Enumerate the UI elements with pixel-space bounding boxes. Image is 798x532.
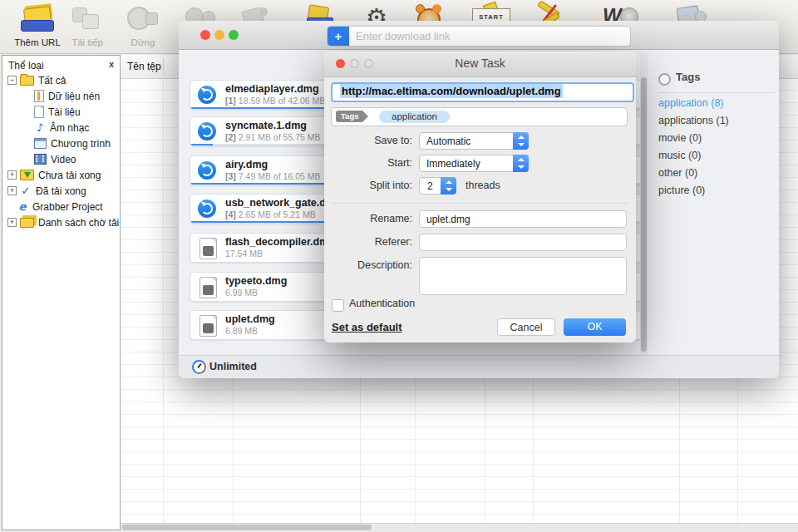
stepper-icon[interactable] [441, 177, 456, 195]
expand-icon[interactable]: + [7, 186, 17, 195]
authentication-label[interactable]: Authentication [349, 298, 415, 309]
set-as-default-link[interactable]: Set as default [332, 321, 402, 333]
tag-chip-application[interactable]: application [379, 111, 450, 123]
save-to-value: Automatic [426, 135, 470, 147]
sidebar-item-grabber[interactable]: e Grabber Project [2, 199, 120, 214]
sidebar-item-music[interactable]: ♪ Âm nhạc [2, 120, 120, 135]
sidebar-item-archives[interactable]: Dữ liệu nén [2, 88, 120, 104]
ok-button[interactable]: OK [564, 318, 626, 336]
tag-filter-movie[interactable]: movie (0) [658, 132, 702, 144]
download-meta: 17.54 MB [225, 249, 263, 259]
threads-value: 2 [427, 180, 433, 192]
add-link-button[interactable]: + [328, 27, 349, 46]
downloading-icon[interactable] [198, 200, 216, 218]
close-window-button[interactable] [200, 30, 210, 40]
downloading-icon[interactable] [198, 86, 216, 104]
expand-icon[interactable]: + [7, 218, 17, 227]
document-icon [34, 106, 44, 118]
hscroll-thumb[interactable] [122, 525, 372, 530]
archive-file-icon [34, 90, 44, 102]
folders-icon [20, 218, 34, 228]
download-link-field[interactable]: + [327, 26, 631, 47]
download-meta: [1]18.59 MB of 42.06 MB [225, 96, 325, 106]
expand-icon[interactable]: + [7, 170, 17, 180]
tags-panel: Tags application (8) applications (1) mo… [650, 21, 779, 356]
cancel-button[interactable]: Cancel [497, 318, 555, 336]
download-link-input[interactable] [354, 27, 623, 46]
sidebar-item-label: Tài liệu [48, 106, 81, 118]
horizontal-scrollbar[interactable] [121, 523, 798, 532]
download-meta: [3]7.49 MB of 16.05 MB [225, 171, 320, 181]
sidebar-item-label: Danh sách chờ tải [38, 217, 119, 229]
speed-limit-label[interactable]: Unlimited [209, 361, 257, 372]
sidebar-item-video[interactable]: Video [2, 151, 120, 167]
download-meta: 6.89 MB [225, 326, 258, 336]
download-size: 17.54 MB [225, 249, 263, 259]
save-to-label: Save to: [324, 132, 412, 150]
tag-filter-music[interactable]: music (0) [658, 150, 701, 161]
save-to-select[interactable]: Automatic [419, 132, 529, 150]
download-size: 7.49 MB of 16.05 MB [239, 171, 321, 181]
dropdown-stepper-icon[interactable] [513, 132, 529, 150]
tags-radio-icon[interactable] [658, 73, 671, 86]
zoom-window-button[interactable] [229, 30, 239, 40]
new-task-dialog: New Task http://mac.eltima.com/download/… [324, 52, 636, 342]
start-label: Start: [324, 155, 412, 172]
rename-input[interactable]: uplet.dmg [419, 210, 627, 228]
download-meta: [4]2.65 MB of 5.21 MB [225, 209, 316, 219]
stop-icon [120, 2, 166, 36]
tag-filter-other[interactable]: other (0) [658, 167, 697, 179]
dialog-divider [331, 203, 629, 204]
description-input[interactable] [419, 257, 627, 295]
check-icon: ✓ [20, 185, 32, 196]
thread-index: [1] [225, 96, 236, 106]
sidebar-item-programs[interactable]: Chương trình [2, 135, 120, 151]
tags-input[interactable]: Tags application [331, 107, 628, 126]
download-name: elmediaplayer.dmg [225, 83, 319, 95]
collapse-icon[interactable]: − [7, 76, 17, 85]
sidebar-close-icon[interactable]: x [109, 59, 114, 69]
sidebar-item-all[interactable]: − Tất cả [2, 72, 120, 88]
column-header-filename[interactable]: Tên tệp [127, 61, 161, 72]
minimize-window-button[interactable] [214, 30, 224, 40]
sidebar-item-queue[interactable]: + Danh sách chờ tải [2, 214, 120, 230]
download-name: flash_decompiler.dmg [225, 236, 335, 248]
thread-index: [2] [225, 132, 236, 142]
film-icon [34, 154, 47, 165]
threads-stepper[interactable]: 2 [419, 177, 456, 195]
speed-gauge-icon[interactable] [192, 360, 206, 374]
downloading-icon[interactable] [198, 161, 216, 180]
tag-filter-applications[interactable]: applications (1) [658, 115, 729, 126]
rename-label: Rename: [324, 210, 412, 228]
start-select[interactable]: Immediately [419, 155, 529, 172]
downloading-icon[interactable] [198, 122, 216, 140]
download-size: 6.89 MB [225, 326, 258, 336]
status-bar: Unlimited [179, 355, 779, 378]
sidebar-item-label: Đã tải xong [36, 185, 86, 197]
tags-badge[interactable]: Tags [336, 111, 362, 122]
tag-filter-picture[interactable]: picture (0) [658, 185, 705, 196]
url-input[interactable]: http://mac.eltima.com/download/uplet.dmg [331, 82, 634, 102]
sidebar-item-label: Grabber Project [32, 201, 103, 213]
tag-filter-application[interactable]: application (8) [658, 97, 724, 109]
download-meta: 6.99 MB [225, 288, 258, 298]
sidebar-item-completed[interactable]: + ✓ Đã tải xong [2, 183, 120, 199]
dmg-file-icon [200, 238, 217, 259]
download-size: 18.59 MB of 42.06 MB [239, 96, 325, 106]
vscroll-thumb[interactable] [641, 77, 647, 352]
download-name: typeeto.dmg [225, 275, 287, 287]
referer-label: Referer: [324, 234, 412, 251]
add-url-icon[interactable] [14, 2, 61, 36]
referer-input[interactable] [419, 234, 627, 251]
dropdown-stepper-icon[interactable] [513, 155, 529, 172]
dialog-title: New Task [324, 57, 636, 70]
download-name: airy.dmg [225, 159, 268, 170]
download-name: uplet.dmg [225, 313, 275, 325]
sidebar-item-label: Tất cả [38, 75, 66, 86]
sidebar-item-documents[interactable]: Tài liệu [2, 104, 120, 120]
dialog-titlebar[interactable]: New Task [324, 52, 636, 77]
sidebar-item-incomplete[interactable]: + Chưa tải xong [2, 167, 120, 183]
vertical-scrollbar[interactable] [640, 52, 648, 378]
authentication-checkbox[interactable] [332, 299, 344, 312]
screen: Thêm URL Tải tiếp Dừng ⚙ START W Tên tệp… [0, 0, 798, 532]
